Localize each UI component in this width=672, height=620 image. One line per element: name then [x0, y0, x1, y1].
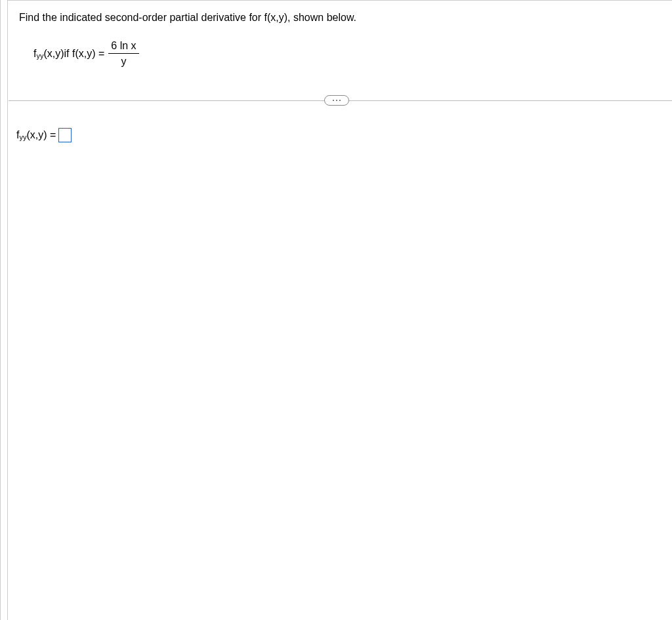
fyy-args: (x,y) [43, 48, 64, 60]
expand-button[interactable] [324, 95, 349, 106]
if-text: if f(x,y) = [64, 48, 105, 60]
answer-area: fyy(x,y) = [1, 128, 672, 155]
answer-args: (x,y) = [26, 129, 56, 141]
ellipsis-icon [333, 100, 341, 101]
answer-sub: yy [19, 133, 26, 141]
question-area: Find the indicated second-order partial … [1, 0, 672, 81]
question-prompt: Find the indicated second-order partial … [19, 12, 659, 24]
divider-row [1, 93, 672, 108]
answer-input[interactable] [58, 128, 72, 142]
question-container: Find the indicated second-order partial … [0, 0, 672, 620]
fraction-numerator: 6 ln x [108, 39, 138, 54]
fyy-sub: yy [36, 52, 43, 60]
top-border [7, 0, 672, 1]
fraction: 6 ln x y [108, 39, 138, 68]
function-definition: fyy(x,y) if f(x,y) = 6 ln x y [33, 39, 659, 68]
fraction-denominator: y [118, 54, 129, 68]
answer-line: fyy(x,y) = [16, 128, 659, 142]
